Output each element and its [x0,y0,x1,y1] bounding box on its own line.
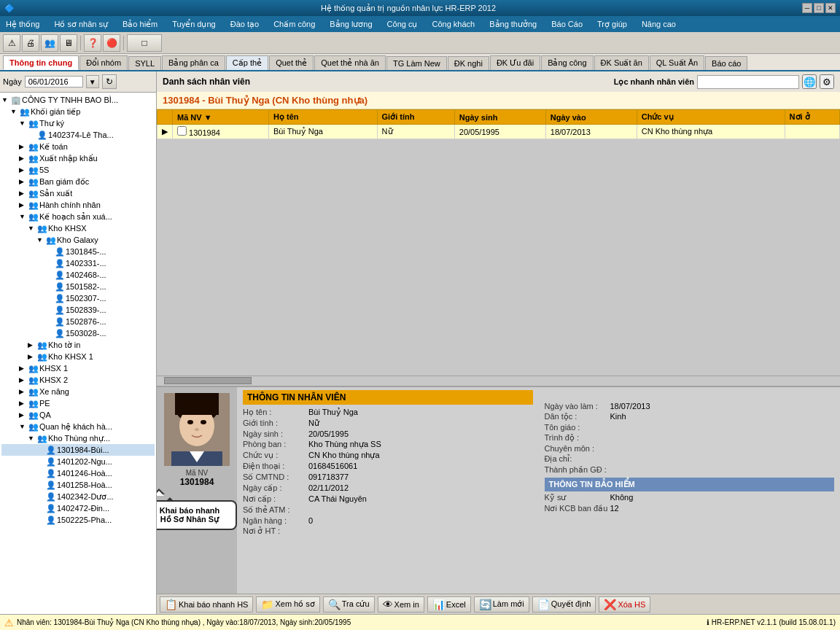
tree-item-thuky[interactable]: ▼ 👥 Thư ký [1,117,155,129]
date-dropdown-btn[interactable]: ▼ [86,75,99,88]
tree-item-pe[interactable]: ▶ 👥 PE [1,397,155,409]
tree-item-5s[interactable]: ▶ 👥 5S [1,164,155,176]
tree-toggle-qa[interactable]: ▶ [19,411,28,419]
date-input[interactable] [25,76,83,88]
tree-item-e1401258[interactable]: 👤 1401258-Hoà... [1,479,155,491]
tree-item-khsx1[interactable]: ▶ 👥 KHSX 1 [1,362,155,374]
tree-item-khokhsx1[interactable]: ▶ 👥 Kho KHSX 1 [1,351,155,362]
tab-ql-suat-an[interactable]: QL Suất Ăn [650,55,704,70]
toolbar-extra-btn[interactable]: □ [127,34,162,52]
refresh-btn[interactable]: ↻ [102,74,117,89]
tree-toggle-ketoan[interactable]: ▶ [19,143,28,150]
menu-dao-tao[interactable]: Đào tạo [228,18,262,31]
tree-toggle-khokhsx[interactable]: ▼ [28,225,36,232]
tab-cap-the[interactable]: Cấp thẻ [226,55,268,70]
tab-quet-the-nha-an[interactable]: Quet thẻ nhà ăn [314,55,386,70]
tree-item-e1401202[interactable]: 👤 1401202-Ngu... [1,456,155,467]
toolbar-warning-btn[interactable]: ⚠ [3,34,20,52]
tree-toggle-company[interactable]: ▼ [1,96,10,104]
tree-item-e1401246[interactable]: 👤 1401246-Hoà... [1,467,155,479]
menu-cong-khach[interactable]: Công khách [429,18,478,30]
tree-item-khoi[interactable]: ▼ 👥 Khối gián tiếp [1,106,155,117]
col-header-ngayvao[interactable]: Ngày vào [545,110,637,125]
btn-quyet-dinh[interactable]: 📄 Quyết định [532,596,596,612]
menu-tro-giup[interactable]: Trợ giúp [594,18,630,31]
tree-item-p1[interactable]: 👤 1402374-Lê Tha... [1,129,155,141]
tree-toggle-khsx2[interactable]: ▶ [19,376,28,384]
search-input[interactable] [697,75,799,89]
tree-item-e1301984[interactable]: 👤 1301984-Bùi... [1,444,155,456]
tree-item-bangd[interactable]: ▶ 👥 Ban giám đốc [1,176,155,187]
tree-item-quanhe[interactable]: ▼ 👥 Quan hệ khách hà... [1,421,155,432]
tree-toggle-xuatnhap[interactable]: ▶ [19,155,28,162]
col-header-ngaysinh[interactable]: Ngày sinh [454,110,545,125]
tab-bao-cao[interactable]: Báo cáo [705,56,747,70]
tree-item-ketoan[interactable]: ▶ 👥 Kế toán [1,141,155,152]
tree-item-xuatnhap[interactable]: ▶ 👥 Xuất nhập khẩu [1,152,155,164]
col-header-chucvu[interactable]: Chức vụ [637,110,785,125]
close-button[interactable]: ✕ [825,3,836,13]
tab-dk-suat-an[interactable]: ĐK Suất ăn [594,55,649,70]
menu-cham-cong[interactable]: Chấm công [271,18,318,31]
tab-doi-nhom[interactable]: Đổi nhóm [79,55,128,70]
menu-bao-hiem[interactable]: Bảo hiểm [120,18,160,31]
tree-toggle-pe[interactable]: ▶ [19,400,28,407]
tree-item-sanxuat[interactable]: ▶ 👥 Sản xuất [1,187,155,199]
scroll-indicator[interactable] [157,376,840,386]
btn-tra-cuu[interactable]: 🔍 Tra cứu [323,596,375,612]
tab-bang-cong[interactable]: Bảng công [541,55,593,70]
tree-item-e1402342[interactable]: 👤 1402342-Dươ... [1,491,155,502]
tree-toggle-khoi[interactable]: ▼ [10,108,19,115]
tree-item-e1502307[interactable]: 👤 1502307-... [1,292,155,304]
tree-item-e1501582[interactable]: 👤 1501582-... [1,281,155,292]
tree-item-kehoach[interactable]: ▼ 👥 Kế hoạch sản xuá... [1,211,155,222]
tab-tg-lam-new[interactable]: TG Làm New [386,56,447,70]
col-header-hoten[interactable]: Họ tên [268,110,377,125]
tree-item-khokhsx[interactable]: ▼ 👥 Kho KHSX [1,222,155,234]
tab-syll[interactable]: SYLL [128,56,161,70]
tree-item-e1502225[interactable]: 👤 1502225-Pha... [1,514,155,526]
col-header-noio[interactable]: Nơi ở [785,110,839,125]
tree-item-qa[interactable]: ▶ 👥 QA [1,409,155,421]
tab-quet-the[interactable]: Quet thẻ [269,55,314,70]
tree-item-e1301845[interactable]: 👤 1301845-... [1,246,155,257]
tree-toggle-kehoach[interactable]: ▼ [19,213,28,220]
menu-bang-thuong[interactable]: Bảng thưởng [486,18,540,31]
menu-he-thong[interactable]: Hệ thống [3,18,42,31]
tree-toggle-thuky[interactable]: ▼ [19,120,28,127]
btn-xem-ho-so[interactable]: 📁 Xem hồ sơ [256,596,319,612]
btn-xem-in[interactable]: 👁 Xem in [378,596,424,612]
tree-item-khothung[interactable]: ▼ 👥 Kho Thùng nhự... [1,432,155,444]
tab-dk-uu-dai[interactable]: ĐK Ưu đãi [490,55,540,70]
tree-item-khotoin[interactable]: ▶ 👥 Kho tờ in [1,339,155,351]
btn-lam-moi[interactable]: 🔄 Làm mới [474,596,529,612]
tree-item-e1502839[interactable]: 👤 1502839-... [1,304,155,316]
maximize-button[interactable]: □ [814,3,824,13]
tab-thong-tin-chung[interactable]: Thông tin chung [3,55,79,70]
menu-ho-so[interactable]: Hồ sơ nhân sự [51,18,111,31]
tree-item-hanhchinh[interactable]: ▶ 👥 Hành chính nhân [1,199,155,211]
tree-item-e1402331[interactable]: 👤 1402331-... [1,257,155,269]
menu-tuyen-dung[interactable]: Tuyển dụng [169,18,218,31]
tree-toggle-quanhe[interactable]: ▼ [19,423,28,430]
btn-xoa-hs[interactable]: ❌ Xóa HS [599,596,650,612]
tree-toggle-sanxuat[interactable]: ▶ [19,190,28,197]
tree-toggle-xenang[interactable]: ▶ [19,388,28,395]
row-checkbox[interactable] [177,126,187,136]
tab-dk-nghi[interactable]: ĐK nghi [448,56,489,70]
col-header-manv[interactable]: Mã NV ▼ [173,110,269,125]
tree-item-khsx2[interactable]: ▶ 👥 KHSX 2 [1,374,155,386]
config-btn[interactable]: ⚙ [820,74,834,89]
tree-toggle-khotoin[interactable]: ▶ [28,341,36,349]
tree-toggle-khothung[interactable]: ▼ [28,435,36,442]
tree-item-e1502876[interactable]: 👤 1502876-... [1,316,155,327]
toolbar-users-btn[interactable]: 👥 [41,34,58,52]
minimize-button[interactable]: ─ [802,3,812,13]
tree-toggle-khogalaxy[interactable]: ▼ [36,236,45,244]
tree-item-e1402468[interactable]: 👤 1402468-... [1,269,155,281]
tree-item-e1503028[interactable]: 👤 1503028-... [1,327,155,339]
menu-bao-cao[interactable]: Báo Cáo [548,18,586,30]
toolbar-power-btn[interactable]: 🔴 [103,34,120,52]
tree-item-company[interactable]: ▼ 🏢 CÔNG TY TNHH BAO BÌ... [1,94,155,106]
tree-toggle-khsx1[interactable]: ▶ [19,365,28,372]
